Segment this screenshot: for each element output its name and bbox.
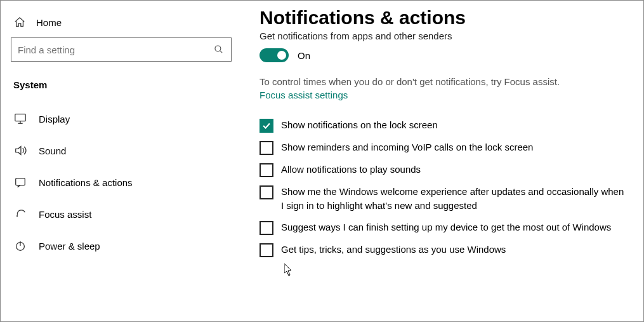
sidebar-item-focus-assist[interactable]: Focus assist <box>11 198 232 230</box>
svg-point-6 <box>16 215 18 217</box>
svg-point-0 <box>215 46 221 51</box>
display-icon <box>13 112 27 126</box>
home-nav[interactable]: Home <box>11 12 232 37</box>
search-input[interactable] <box>18 44 213 55</box>
svg-line-1 <box>220 51 223 53</box>
svg-rect-5 <box>16 178 25 185</box>
power-icon <box>13 239 27 253</box>
sound-icon <box>13 144 27 158</box>
checkbox-label: Show me the Windows welcome experience a… <box>281 185 626 213</box>
sidebar-item-power-sleep[interactable]: Power & sleep <box>11 230 232 262</box>
sidebar: Home System Display Sound Notification <box>1 1 242 321</box>
checkbox-label: Suggest ways I can finish setting up my … <box>281 220 611 234</box>
sidebar-item-sound[interactable]: Sound <box>11 135 232 166</box>
notifications-toggle[interactable] <box>260 48 289 62</box>
checkbox-row-5[interactable]: Get tips, tricks, and suggestions as you… <box>260 243 626 257</box>
checkbox[interactable] <box>260 119 273 133</box>
checkbox-row-1[interactable]: Show reminders and incoming VoIP calls o… <box>260 140 626 155</box>
sidebar-item-label: Notifications & actions <box>39 177 133 188</box>
search-box[interactable] <box>11 37 232 62</box>
checkbox-label: Get tips, tricks, and suggestions as you… <box>281 243 506 257</box>
section-subheading: Get notifications from apps and other se… <box>260 29 626 41</box>
sidebar-item-label: Display <box>39 114 70 124</box>
sidebar-item-label: Sound <box>39 145 66 156</box>
checkbox[interactable] <box>260 163 273 177</box>
checkbox[interactable] <box>260 185 273 199</box>
checkbox-row-4[interactable]: Suggest ways I can finish setting up my … <box>260 220 626 235</box>
category-heading: System <box>11 78 232 103</box>
checkbox[interactable] <box>260 221 273 235</box>
notifications-icon <box>13 175 27 189</box>
sidebar-item-label: Focus assist <box>39 209 91 220</box>
search-icon <box>213 44 225 55</box>
help-text: To control times when you do or don't ge… <box>260 75 626 88</box>
home-icon <box>13 16 26 29</box>
focus-assist-icon <box>13 207 27 221</box>
notifications-toggle-row: On <box>260 48 626 62</box>
main-content: Notifications & actions Get notification… <box>242 1 643 321</box>
focus-assist-link[interactable]: Focus assist settings <box>260 90 348 100</box>
sidebar-item-display[interactable]: Display <box>11 103 232 135</box>
home-label: Home <box>36 17 62 28</box>
page-title: Notifications & actions <box>260 7 626 29</box>
checkbox-label: Show notifications on the lock screen <box>281 118 438 132</box>
checkbox-label: Allow notifications to play sounds <box>281 163 421 177</box>
toggle-state-label: On <box>298 50 310 61</box>
checkbox-row-3[interactable]: Show me the Windows welcome experience a… <box>260 185 626 213</box>
checkbox-row-2[interactable]: Allow notifications to play sounds <box>260 163 626 177</box>
svg-rect-2 <box>15 114 25 121</box>
sidebar-item-label: Power & sleep <box>39 241 100 252</box>
checkbox[interactable] <box>260 243 273 257</box>
checkbox-row-0[interactable]: Show notifications on the lock screen <box>260 118 626 133</box>
checkbox-label: Show reminders and incoming VoIP calls o… <box>281 140 533 154</box>
checkbox[interactable] <box>260 141 273 155</box>
sidebar-item-notifications[interactable]: Notifications & actions <box>11 166 232 198</box>
